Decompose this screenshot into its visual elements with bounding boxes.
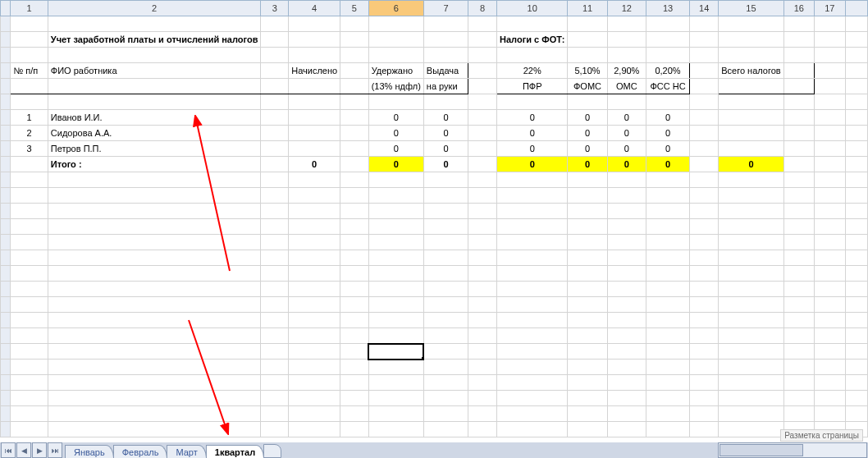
cell[interactable]: 0 — [646, 126, 690, 141]
cell[interactable]: Петров П.П. — [48, 141, 261, 157]
itogo-cell[interactable]: 0 — [568, 157, 607, 172]
col-header-16[interactable]: 16 — [783, 1, 814, 16]
col-header-17[interactable]: 17 — [814, 1, 845, 16]
itogo-cell[interactable]: 0 — [423, 157, 468, 172]
active-cell[interactable] — [368, 344, 423, 360]
sheet-tab-1квартал[interactable]: 1квартал — [206, 445, 264, 458]
itogo-cell[interactable]: 0 — [289, 157, 340, 172]
horizontal-scrollbar[interactable] — [718, 442, 867, 458]
cell[interactable]: 0 — [607, 141, 646, 157]
tax-rate: 22% — [497, 63, 568, 79]
col-header-6[interactable]: 6 — [368, 1, 423, 16]
itogo-cell[interactable]: 0 — [368, 157, 423, 172]
col-header-4[interactable]: 4 — [289, 1, 340, 16]
col-header-3[interactable]: 3 — [261, 1, 289, 16]
col-header-15[interactable]: 15 — [719, 1, 783, 16]
cell[interactable]: 2 — [11, 126, 48, 141]
col-header-1[interactable]: 1 — [11, 1, 48, 16]
hdr: Удержано — [368, 63, 423, 79]
hdr: ФИО работника — [48, 63, 261, 79]
cell[interactable]: 0 — [423, 141, 468, 157]
cell[interactable]: 0 — [423, 126, 468, 141]
itogo-cell[interactable]: Итого : — [48, 157, 261, 172]
cell[interactable]: 1 — [11, 110, 48, 126]
cell[interactable]: 0 — [368, 110, 423, 126]
cell[interactable]: 0 — [368, 126, 423, 141]
col-header-5[interactable]: 5 — [340, 1, 369, 16]
tax-name: ОМС — [607, 79, 646, 94]
itogo-cell[interactable]: 0 — [719, 157, 783, 172]
tab-nav-last[interactable]: ⏭ — [48, 442, 62, 458]
hdr: № п/п — [11, 63, 48, 79]
col-header-11[interactable]: 11 — [568, 1, 607, 16]
col-header-8[interactable]: 8 — [468, 1, 497, 16]
sheet-tabs: ⏮ ◀ ▶ ⏭ ЯнварьФевральМарт1квартал — [0, 442, 868, 458]
cell[interactable]: 0 — [568, 141, 607, 157]
cell[interactable]: 0 — [497, 110, 568, 126]
col-header-14[interactable]: 14 — [690, 1, 719, 16]
col-header-10[interactable]: 10 — [497, 1, 568, 16]
cell[interactable]: Сидорова А.А. — [48, 126, 261, 141]
sheet-tab-Февраль[interactable]: Февраль — [113, 445, 168, 458]
cell[interactable]: 0 — [497, 126, 568, 141]
cell[interactable]: 0 — [568, 126, 607, 141]
cell[interactable]: 0 — [423, 110, 468, 126]
col-header-2[interactable]: 2 — [48, 1, 261, 16]
hdr: Начислено — [289, 63, 340, 79]
cell[interactable]: 3 — [11, 141, 48, 157]
tax-rate: 5,10% — [568, 63, 607, 79]
tab-nav-next[interactable]: ▶ — [32, 442, 47, 458]
itogo-cell[interactable]: 0 — [646, 157, 690, 172]
cell[interactable]: 0 — [607, 126, 646, 141]
sheet-tab-Март[interactable]: Март — [167, 445, 206, 458]
cell[interactable]: 0 — [607, 110, 646, 126]
hdr: Выдача — [423, 63, 468, 79]
tax-name: ФСС НС — [646, 79, 690, 94]
col-header-12[interactable]: 12 — [607, 1, 646, 16]
tax-name: ФОМС — [568, 79, 607, 94]
cell[interactable]: 0 — [646, 141, 690, 157]
itogo-cell[interactable]: 0 — [607, 157, 646, 172]
itogo-cell[interactable]: 0 — [497, 157, 568, 172]
cell[interactable]: 0 — [646, 110, 690, 126]
cell[interactable]: 0 — [368, 141, 423, 157]
new-sheet-button[interactable] — [263, 444, 281, 458]
col-header-7[interactable]: 7 — [423, 1, 468, 16]
cell[interactable]: Иванов И.И. — [48, 110, 261, 126]
spreadsheet-grid[interactable]: 123456781011121314151617 Учет заработной… — [0, 0, 868, 437]
col-header-13[interactable]: 13 — [646, 1, 690, 16]
tax-name: ПФР — [497, 79, 568, 94]
status-tooltip: Разметка страницы — [780, 429, 863, 442]
cell[interactable]: 0 — [568, 110, 607, 126]
sheet-tab-Январь[interactable]: Январь — [65, 445, 114, 458]
tab-nav-prev[interactable]: ◀ — [16, 442, 31, 458]
tax-rate: 0,20% — [646, 63, 690, 79]
tab-nav-first[interactable]: ⏮ — [1, 442, 16, 458]
title-main: Учет заработной платы и отчислений налог… — [48, 32, 261, 48]
title-taxes: Налоги с ФОТ: — [497, 32, 568, 48]
cell[interactable]: 0 — [497, 141, 568, 157]
tax-rate: 2,90% — [607, 63, 646, 79]
hdr-total: Всего налогов — [719, 63, 783, 79]
